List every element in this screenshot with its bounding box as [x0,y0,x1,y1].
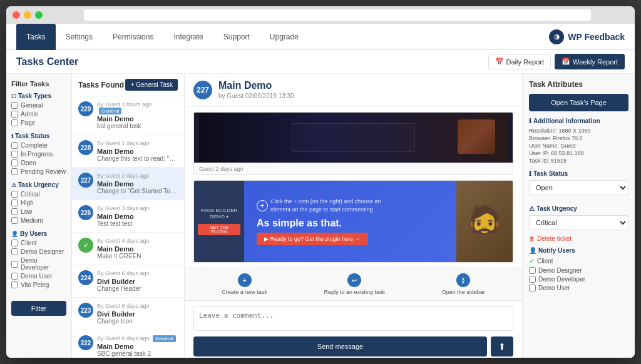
notify-client[interactable]: ✓ Client [529,257,628,265]
filter-complete[interactable]: Complete [11,142,66,149]
page-title: Tasks Center [16,56,78,68]
task-item-info-229: By Guest 3 hours ago General Main Demo b… [97,101,178,129]
daily-report-button[interactable]: 📅 Daily Report [488,54,551,69]
filter-medium[interactable]: Medium [11,217,66,224]
task-item-224[interactable]: 224 By Guest 6 days ago Divi Builder Cha… [72,265,184,298]
notify-developer-label: Demo Developer [538,276,585,283]
page-checkbox[interactable] [11,119,18,126]
general-checkbox[interactable] [11,102,18,109]
send-message-button[interactable]: Send message [193,336,487,356]
filter-critical[interactable]: Critical [11,191,66,198]
task-item-info-224: By Guest 6 days ago Divi Builder Change … [97,270,178,292]
create-label: Create a new task [222,289,267,295]
task-desc-228: Change this text to read: "Take my money… [97,155,178,162]
task-item-229[interactable]: 229 By Guest 3 hours ago General Main De… [72,96,184,135]
client-checkbox[interactable] [11,240,18,246]
blue-screenshot: PAGE BUILDER DEMO ▾ GET THE PLUGIN + Cli… [193,180,513,263]
tab-settings[interactable]: Settings [56,24,103,50]
pending-checkbox[interactable] [11,168,18,175]
page-label: Page [21,119,35,126]
notify-developer-checkbox[interactable] [529,276,536,283]
low-checkbox[interactable] [11,208,18,215]
cta-button[interactable]: ▶ Ready to go? Get the plugin here → [257,233,368,245]
filter-sidebar: Filter Tasks ☐ Task Types General Admin [6,74,72,358]
filter-general[interactable]: General [11,102,66,109]
task-item-226[interactable]: 226 By Guest 3 days ago Main Demo Test t… [72,200,184,233]
in-progress-label: In Progress [21,151,53,158]
filter-admin[interactable]: Admin [11,111,66,118]
admin-checkbox[interactable] [11,111,18,118]
demo-designer-checkbox[interactable] [11,248,18,255]
task-badge-229: 229 [78,101,93,116]
demo-user-label: Demo User [21,273,53,280]
task-item-223[interactable]: 223 By Guest 6 days ago Divi Builder Cha… [72,298,184,330]
open-task-page-button[interactable]: Open Task's Page [529,94,628,111]
demo-user-checkbox[interactable] [11,273,18,280]
demo-developer-checkbox[interactable] [11,261,18,268]
task-item-225[interactable]: ✓ By Guest 4 days ago Main Demo Make it … [72,233,184,265]
delete-ticket-link[interactable]: 🗑 Delete ticket [529,235,628,242]
main-body: Guest 2 days ago PAGE BUILDER DEMO ▾ GET… [185,107,522,358]
task-item-228[interactable]: 228 By Guest 1 days ago Main Demo Change… [72,135,184,168]
open-checkbox[interactable] [11,159,18,166]
filter-demo-developer[interactable]: Demo Developer [11,257,66,271]
filter-button[interactable]: Filter [11,301,66,316]
notify-designer-checkbox[interactable] [529,267,536,274]
tab-tasks[interactable]: Tasks [16,24,56,50]
filter-demo-user[interactable]: Demo User [11,273,66,280]
status-section-icon: ℹ [529,170,531,177]
maximize-button[interactable] [35,11,43,19]
comment-input[interactable] [193,306,513,331]
task-badge-224: 224 [78,270,93,285]
filter-vito[interactable]: Vito Peleg [11,281,66,288]
task-title-222: Main Demo [97,343,178,350]
notify-user-checkbox[interactable] [529,285,536,291]
tab-permissions[interactable]: Permissions [103,24,163,50]
main-content: 227 Main Demo by Guest 02/09/2019 13:30 [185,74,522,358]
critical-checkbox[interactable] [11,191,18,198]
notify-demo-user[interactable]: Demo User [529,285,628,291]
task-byline: by Guest 02/09/2019 13:30 [218,93,294,99]
task-desc-229: bal general task [97,123,178,129]
filter-pending[interactable]: Pending Review [11,168,66,175]
task-desc-226: Test test test [97,220,178,227]
task-item-222[interactable]: 222 By Guest 6 days ago General Main Dem… [72,330,184,358]
filter-page[interactable]: Page [11,119,66,126]
task-status-select[interactable]: Open [529,180,628,195]
upload-button[interactable]: ⬆ [491,336,513,356]
filter-in-progress[interactable]: In Progress [11,151,66,158]
open-label: Open [21,159,36,166]
tab-integrate[interactable]: Integrate [163,24,213,50]
minimize-button[interactable] [24,11,31,19]
vito-checkbox[interactable] [11,281,18,288]
notify-demo-developer[interactable]: Demo Developer [529,276,628,283]
general-task-button[interactable]: + General Task [125,79,178,91]
weekly-report-button[interactable]: 📅 Weekly Report [555,54,625,69]
tab-upgrade[interactable]: Upgrade [260,24,309,50]
filter-high[interactable]: High [11,200,66,206]
complete-checkbox[interactable] [11,142,18,149]
task-desc-224: Change Header [97,285,178,292]
reply-icon: ↩ [347,273,361,287]
tutorial-bar: + Create a new task ↩ Reply to an existi… [185,268,522,301]
client-label: Client [21,240,37,246]
task-urgency-select[interactable]: Critical [529,215,628,230]
plus-icon: + [130,81,134,88]
task-item-info-225: By Guest 4 days ago Main Demo Make it GR… [97,238,178,260]
filter-demo-designer[interactable]: Demo Designer [11,248,66,255]
filter-client[interactable]: Client [11,240,66,246]
content-area: Filter Tasks ☐ Task Types General Admin [6,74,635,358]
task-item-info-226: By Guest 3 days ago Main Demo Test test … [97,205,178,227]
tab-support[interactable]: Support [213,24,260,50]
notify-demo-designer[interactable]: Demo Designer [529,267,628,274]
filter-open[interactable]: Open [11,159,66,166]
task-status-label: ℹ Task Status [11,133,66,139]
reply-label: Reply to an existing task [324,289,385,295]
close-button[interactable] [13,11,20,19]
task-item-227[interactable]: 227 By Guest 2 days ago Main Demo Change… [72,168,184,200]
medium-checkbox[interactable] [11,217,18,224]
calendar2-icon: 📅 [562,58,570,66]
in-progress-checkbox[interactable] [11,151,18,158]
filter-low[interactable]: Low [11,208,66,215]
high-checkbox[interactable] [11,200,18,206]
